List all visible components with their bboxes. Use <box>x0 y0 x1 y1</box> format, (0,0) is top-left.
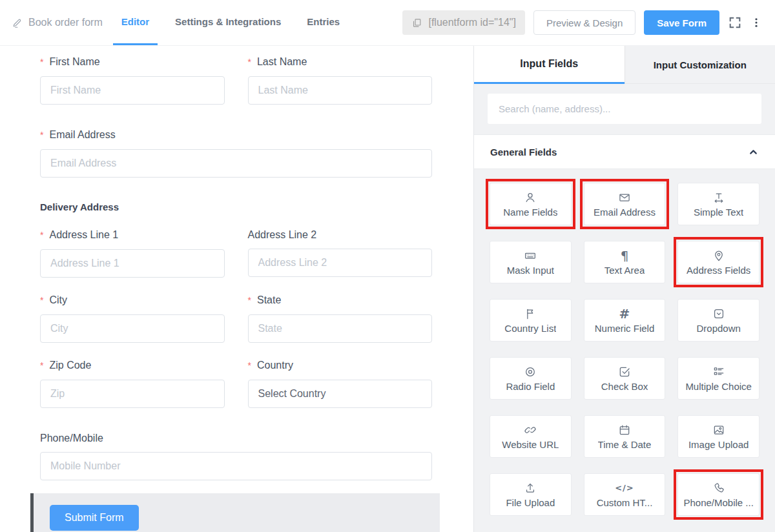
phone-input[interactable] <box>40 452 432 480</box>
field-address-line-1[interactable]: *Address Line 1 <box>40 229 225 278</box>
field-card-name-fields[interactable]: Name Fields <box>490 183 572 225</box>
shortcode-text: [fluentform id="14"] <box>428 17 515 28</box>
highlight-annotation-box <box>674 237 763 287</box>
field-first-name[interactable]: *First Name <box>40 56 225 105</box>
last-name-input[interactable] <box>248 76 433 105</box>
zip-input[interactable] <box>40 380 225 408</box>
state-input[interactable] <box>248 314 433 343</box>
flag-icon <box>524 307 537 320</box>
tab-entries[interactable]: Entries <box>298 0 348 45</box>
field-label: Address Line 2 <box>248 229 433 241</box>
field-label: *Email Address <box>40 128 432 141</box>
envelope-icon <box>618 190 631 204</box>
code-icon: </> <box>615 481 634 495</box>
user-icon <box>524 190 537 204</box>
field-card-country-list[interactable]: Country List <box>490 299 572 342</box>
field-card-check-box[interactable]: Check Box <box>584 357 666 400</box>
field-card-address-fields[interactable]: Address Fields <box>677 241 760 283</box>
general-fields-header[interactable]: General Fields <box>474 134 775 169</box>
delivery-address-section-title: Delivery Address <box>40 201 432 213</box>
field-card-email-address[interactable]: Email Address <box>584 183 666 225</box>
field-card-label: Mask Input <box>507 265 554 276</box>
field-card-time-date[interactable]: Time & Date <box>584 415 666 458</box>
form-title-group[interactable]: Book order form <box>12 0 103 45</box>
form-editor-canvas: *First Name *Last Name *Email Address De… <box>0 46 473 532</box>
field-card-image-upload[interactable]: Image Upload <box>677 415 760 458</box>
highlight-annotation-box <box>486 179 575 229</box>
field-card-custom-ht[interactable]: </>Custom HT... <box>584 473 666 516</box>
field-card-multiple-choice[interactable]: Multiple Choice <box>677 357 760 400</box>
field-card-label: Phone/Mobile ... <box>683 497 753 508</box>
checkbox-icon <box>618 365 631 378</box>
field-card-label: Website URL <box>502 439 559 450</box>
preview-design-button[interactable]: Preview & Design <box>533 10 636 35</box>
submit-area[interactable]: Submit Form <box>30 493 440 532</box>
tab-settings-integrations[interactable]: Settings & Integrations <box>167 0 289 45</box>
chevron-up-icon[interactable] <box>748 147 759 158</box>
shortcode-copy[interactable]: [fluentform id="14"] <box>402 10 524 35</box>
address-line-1-input[interactable] <box>40 249 225 278</box>
city-input[interactable] <box>40 314 225 343</box>
field-state[interactable]: *State <box>248 294 433 343</box>
field-card-dropdown[interactable]: Dropdown <box>677 299 760 342</box>
field-label: *Address Line 1 <box>40 229 225 241</box>
field-zip-code[interactable]: *Zip Code <box>40 359 225 408</box>
field-city[interactable]: *City <box>40 294 225 343</box>
field-card-label: Address Fields <box>687 265 750 276</box>
first-name-input[interactable] <box>40 76 225 105</box>
header-actions: [fluentform id="14"] Preview & Design Sa… <box>402 0 775 45</box>
highlight-annotation-box <box>580 179 670 229</box>
field-country[interactable]: *Country Select Country <box>248 359 433 408</box>
tab-input-customization[interactable]: Input Customization <box>625 46 775 84</box>
field-card-file-upload[interactable]: File Upload <box>490 473 572 516</box>
edit-pencil-icon <box>12 17 23 28</box>
field-card-text-area[interactable]: ¶Text Area <box>584 241 666 283</box>
fullscreen-icon[interactable] <box>728 15 742 30</box>
kebab-menu-icon[interactable] <box>750 16 762 29</box>
field-card-label: Numeric Field <box>595 323 655 334</box>
field-label: *City <box>40 294 225 307</box>
field-card-numeric-field[interactable]: #Numeric Field <box>584 299 666 342</box>
required-mark: * <box>40 359 43 372</box>
dropdown-icon <box>712 307 725 320</box>
tab-editor[interactable]: Editor <box>113 0 158 45</box>
field-phone-mobile[interactable]: Phone/Mobile <box>40 432 432 480</box>
link-icon <box>524 423 537 436</box>
field-card-label: Custom HT... <box>597 497 653 508</box>
field-card-simple-text[interactable]: Simple Text <box>677 183 760 225</box>
save-form-button[interactable]: Save Form <box>644 10 719 35</box>
field-address-line-2[interactable]: Address Line 2 <box>248 229 433 278</box>
field-card-label: Image Upload <box>688 439 749 450</box>
field-last-name[interactable]: *Last Name <box>248 56 433 105</box>
general-fields-title: General Fields <box>490 147 557 158</box>
fields-grid: Name FieldsEmail AddressSimple TextMask … <box>474 169 775 529</box>
field-card-phone-mobile[interactable]: Phone/Mobile ... <box>677 473 760 516</box>
email-input[interactable] <box>40 149 432 178</box>
map-pin-icon <box>712 249 725 262</box>
field-card-label: Multiple Choice <box>685 381 752 392</box>
required-mark: * <box>40 128 43 141</box>
country-select[interactable]: Select Country <box>248 380 433 408</box>
field-email[interactable]: *Email Address <box>40 128 432 178</box>
search-input[interactable] <box>488 94 761 124</box>
tab-input-fields[interactable]: Input Fields <box>474 46 625 84</box>
field-card-label: Time & Date <box>598 439 652 450</box>
field-card-label: Radio Field <box>506 381 555 392</box>
highlight-annotation-box <box>674 469 763 520</box>
field-label: *Country <box>248 359 433 372</box>
field-card-label: Text Area <box>604 265 645 276</box>
required-mark: * <box>248 294 251 307</box>
search-section <box>474 84 775 134</box>
calendar-icon <box>618 423 631 436</box>
address-line-2-input[interactable] <box>248 249 433 277</box>
field-card-website-url[interactable]: Website URL <box>490 415 572 458</box>
field-card-mask-input[interactable]: Mask Input <box>490 241 572 283</box>
field-label: *First Name <box>40 56 225 68</box>
upload-icon <box>524 481 537 495</box>
field-label: *State <box>248 294 433 307</box>
header-tabs: Editor Settings & Integrations Entries <box>113 0 348 45</box>
field-card-radio-field[interactable]: Radio Field <box>490 357 572 400</box>
top-bar: Book order form Editor Settings & Integr… <box>0 0 775 46</box>
image-icon <box>712 423 725 436</box>
submit-form-button[interactable]: Submit Form <box>50 505 139 531</box>
